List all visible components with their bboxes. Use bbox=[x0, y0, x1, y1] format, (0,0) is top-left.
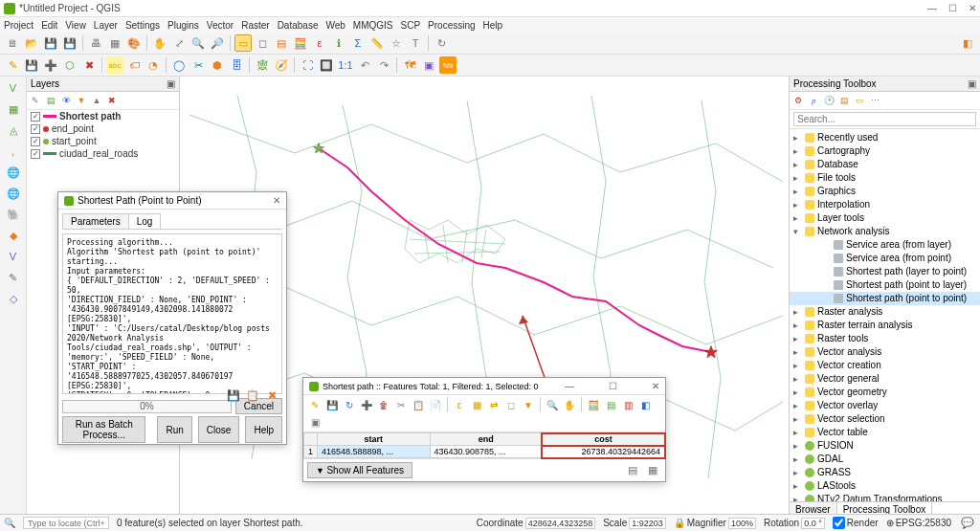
expand-icon[interactable]: ▸ bbox=[793, 158, 802, 171]
tree-item[interactable]: ▸Vector analysis bbox=[790, 345, 980, 359]
select-expr-icon[interactable]: ε bbox=[452, 397, 467, 412]
zoom-in-icon[interactable]: 🔍 bbox=[189, 34, 207, 52]
expand-icon[interactable]: ▸ bbox=[793, 332, 802, 345]
dissolve-icon[interactable]: ⬢ bbox=[209, 56, 226, 74]
tree-item[interactable]: ▸Database bbox=[790, 158, 980, 171]
col-cost[interactable]: cost bbox=[542, 433, 664, 446]
tree-item[interactable]: ▸Raster terrain analysis bbox=[790, 319, 980, 332]
layer-check[interactable]: ✓ bbox=[31, 137, 40, 146]
expand-icon[interactable]: ▸ bbox=[793, 185, 802, 198]
scp-dock-icon[interactable]: ◧ bbox=[959, 34, 976, 52]
tree-item[interactable]: ▸Layer tools bbox=[790, 211, 980, 225]
toolbox-model-icon[interactable]: ▭ bbox=[853, 94, 866, 107]
collapse-icon[interactable]: ▲ bbox=[90, 94, 103, 107]
field-calc-icon[interactable]: 🧮 bbox=[586, 397, 601, 412]
invert-sel-icon[interactable]: ⇄ bbox=[486, 397, 501, 412]
menu-project[interactable]: Project bbox=[4, 20, 33, 31]
text-annot-icon[interactable]: T bbox=[407, 34, 424, 52]
add-postgis-icon[interactable]: 🐘 bbox=[4, 205, 23, 224]
paste-icon[interactable]: 📄 bbox=[428, 397, 443, 412]
tree-item[interactable]: ▸GRASS bbox=[790, 466, 980, 479]
3d-view-icon[interactable]: ▣ bbox=[420, 56, 437, 74]
col-end[interactable]: end bbox=[430, 433, 542, 446]
attr-max-icon[interactable]: ☐ bbox=[609, 381, 617, 391]
expand-icon[interactable]: ▸ bbox=[793, 359, 802, 372]
clear-log-icon[interactable]: ✖ bbox=[263, 387, 280, 404]
col-start[interactable]: start bbox=[318, 433, 430, 446]
expand-icon[interactable]: ▸ bbox=[793, 211, 802, 225]
add-wms-icon[interactable]: 🌐 bbox=[4, 163, 23, 182]
expand-icon[interactable]: ▸ bbox=[793, 345, 802, 359]
deselect-icon[interactable]: ◻ bbox=[254, 34, 271, 52]
zoom-layer-icon[interactable]: 🔲 bbox=[318, 56, 335, 74]
label-tool-icon[interactable]: 🏷 bbox=[125, 56, 143, 74]
bookmark-icon[interactable]: ☆ bbox=[388, 34, 405, 52]
tree-item[interactable]: ▸NTv2 Datum Transformations bbox=[790, 493, 980, 501]
menu-web[interactable]: Web bbox=[325, 20, 345, 31]
close-button[interactable]: Close bbox=[198, 416, 240, 443]
layer-shortest-path[interactable]: ✓ Shortest path bbox=[27, 110, 179, 122]
layers-panel-close[interactable]: ▣ bbox=[167, 78, 175, 89]
expand-icon[interactable]: ▸ bbox=[793, 198, 802, 211]
open-project-icon[interactable]: 📂 bbox=[23, 34, 40, 52]
layer-check[interactable]: ✓ bbox=[31, 124, 40, 134]
tab-parameters[interactable]: Parameters bbox=[62, 213, 129, 229]
field-calc-icon[interactable]: 🧮 bbox=[292, 34, 309, 52]
add-vector-icon[interactable]: V bbox=[4, 78, 23, 98]
dock-icon[interactable]: ▣ bbox=[307, 414, 323, 430]
run-button[interactable]: Run bbox=[157, 416, 191, 443]
new-shapefile-icon[interactable]: ✎ bbox=[4, 268, 23, 287]
copy-log-icon[interactable]: 📋 bbox=[244, 387, 261, 404]
mag-value[interactable]: 100% bbox=[728, 518, 756, 529]
tree-item[interactable]: ▸Interpolation bbox=[790, 198, 980, 211]
layer-check[interactable]: ✓ bbox=[31, 149, 40, 159]
toolbox-search[interactable] bbox=[793, 112, 976, 126]
row-number[interactable]: 1 bbox=[304, 446, 318, 458]
menu-mmqgis[interactable]: MMQGIS bbox=[353, 20, 393, 31]
toolbox-py-icon[interactable]: 𝑝 bbox=[807, 94, 820, 107]
tree-item[interactable]: Service area (from point) bbox=[790, 252, 980, 265]
expand-icon[interactable]: ▸ bbox=[793, 493, 802, 501]
toolbox-options-icon[interactable]: ⋯ bbox=[868, 94, 881, 107]
save-as-icon[interactable]: 💾 bbox=[61, 34, 78, 52]
locator-input[interactable] bbox=[23, 517, 109, 529]
stats-icon[interactable]: Σ bbox=[349, 34, 367, 52]
cond-format-icon[interactable]: ◧ bbox=[637, 397, 653, 412]
filter-legend-icon[interactable]: 👁 bbox=[59, 94, 73, 107]
toolbox-gear-icon[interactable]: ⚙ bbox=[791, 94, 805, 107]
expand-icon[interactable]: ▸ bbox=[793, 479, 802, 493]
tree-item[interactable]: ▸Cartography bbox=[790, 144, 980, 158]
expand-icon[interactable]: ▸ bbox=[793, 426, 802, 439]
tree-item[interactable]: Shortest path (point to point) bbox=[790, 292, 980, 305]
maximize-button[interactable]: ☐ bbox=[948, 3, 957, 13]
pan-icon[interactable]: ✋ bbox=[151, 34, 168, 52]
new-field-icon[interactable]: ▤ bbox=[603, 397, 618, 412]
cut-icon[interactable]: ✂ bbox=[393, 397, 409, 412]
tree-item[interactable]: ▸Vector selection bbox=[790, 412, 980, 426]
expand-icon[interactable]: ▸ bbox=[793, 131, 802, 144]
expand-icon[interactable]: ▸ bbox=[793, 305, 802, 319]
batch-button[interactable]: Run as Batch Process... bbox=[62, 416, 145, 443]
expand-icon[interactable]: ▸ bbox=[793, 372, 802, 386]
diagram-icon[interactable]: ◔ bbox=[145, 56, 162, 74]
identify-icon[interactable]: ℹ bbox=[330, 34, 347, 52]
expand-icon[interactable]: ▸ bbox=[793, 144, 802, 158]
zoom-out-icon[interactable]: 🔎 bbox=[209, 34, 226, 52]
tree-item[interactable]: ▸Graphics bbox=[790, 185, 980, 198]
tree-item[interactable]: ▸Vector creation bbox=[790, 359, 980, 372]
expand-icon[interactable]: ▸ bbox=[793, 412, 802, 426]
delete-feature-icon[interactable]: 🗑 bbox=[376, 397, 391, 412]
zoom-last-icon[interactable]: ↶ bbox=[356, 56, 373, 74]
table-view-icon[interactable]: ▦ bbox=[644, 461, 661, 478]
measure-icon[interactable]: 📏 bbox=[368, 34, 386, 52]
crs-value[interactable]: EPSG:25830 bbox=[896, 518, 951, 528]
new-project-icon[interactable]: 🗎 bbox=[4, 34, 21, 52]
select-expr-icon[interactable]: ε bbox=[311, 34, 328, 52]
layer-check[interactable]: ✓ bbox=[31, 112, 40, 122]
tree-item[interactable]: ▸LAStools bbox=[790, 479, 980, 493]
cell-end[interactable]: 436430.908785, ... bbox=[430, 446, 542, 458]
layer-start-point[interactable]: ✓ start_point bbox=[27, 135, 179, 147]
print-layout-icon[interactable]: 🖶 bbox=[87, 34, 104, 52]
add-raster-icon[interactable]: ▦ bbox=[4, 100, 23, 119]
attribute-table[interactable]: start end cost 1 416548.588898, ... 4364… bbox=[303, 432, 665, 458]
